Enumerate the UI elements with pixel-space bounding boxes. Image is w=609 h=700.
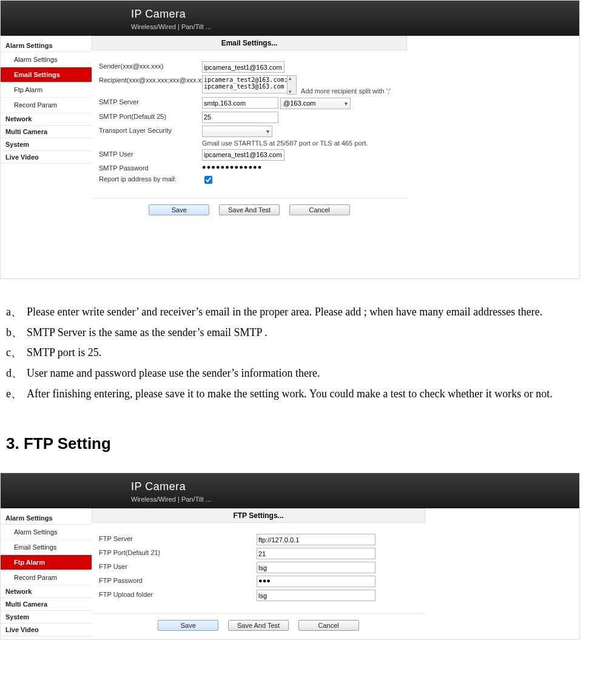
marker-a: a、 bbox=[6, 303, 27, 321]
ftp-user-label: FTP User bbox=[99, 562, 257, 570]
cancel-button[interactable]: Cancel bbox=[289, 204, 350, 215]
ftp-server-label: FTP Server bbox=[99, 534, 257, 542]
smtp-port-label: SMTP Port(Default 25) bbox=[99, 112, 202, 120]
nav-heading-multicamera[interactable]: Multi Camera bbox=[1, 126, 92, 138]
nav-item-record-param[interactable]: Record Param bbox=[1, 98, 92, 113]
tls-select[interactable] bbox=[202, 126, 272, 137]
content-panel: Email Settings... Sender(xxx@xxx.xxx) Re… bbox=[92, 36, 407, 278]
cancel-button[interactable]: Cancel bbox=[298, 620, 359, 631]
panel-title: FTP Settings... bbox=[92, 508, 425, 523]
tls-label: Transport Layer Security bbox=[99, 126, 202, 134]
ftp-password-input[interactable]: ●●● bbox=[257, 576, 375, 587]
ftp-port-input[interactable] bbox=[257, 548, 375, 559]
nav-item-alarm-settings[interactable]: Alarm Settings bbox=[1, 52, 92, 67]
brand-title: IP Camera bbox=[131, 8, 211, 21]
report-ip-label: Report ip address by mail: bbox=[99, 174, 202, 183]
nav-heading-livevideo[interactable]: Live Video bbox=[1, 151, 92, 164]
nav-item-record-param[interactable]: Record Param bbox=[1, 570, 92, 585]
item-b: SMTP Server is the same as the sender’s … bbox=[27, 324, 591, 342]
scrollbar-icon[interactable] bbox=[287, 75, 297, 95]
nav-item-email-settings[interactable]: Email Settings bbox=[1, 67, 92, 82]
item-d: User name and password please use the se… bbox=[27, 365, 591, 383]
content-panel: FTP Settings... FTP Server FTP Port(Defa… bbox=[92, 508, 425, 639]
item-c: SMTP port is 25. bbox=[27, 344, 591, 362]
smtp-user-input[interactable] bbox=[202, 149, 284, 161]
ftp-settings-screenshot: IP Camera Wireless/Wired | Pan/Tilt ... … bbox=[0, 473, 580, 640]
nav-item-ftp-alarm[interactable]: Ftp Alarm bbox=[1, 82, 92, 98]
smtp-password-input[interactable]: ●●●●●●●●●●●●● bbox=[202, 163, 262, 170]
nav-heading-network[interactable]: Network bbox=[1, 113, 92, 126]
report-ip-checkbox[interactable] bbox=[204, 176, 212, 184]
smtp-server-input[interactable] bbox=[202, 97, 278, 109]
brand-subtitle: Wireless/Wired | Pan/Tilt ... bbox=[131, 23, 211, 30]
smtp-domain-select[interactable]: @163.com bbox=[280, 98, 351, 109]
ftp-password-label: FTP Password bbox=[99, 576, 257, 584]
save-button[interactable]: Save bbox=[158, 620, 218, 631]
smtp-port-input[interactable] bbox=[202, 112, 278, 123]
recipient-hint: Add more recipient split with ';' bbox=[301, 87, 391, 95]
nav-item-email-settings[interactable]: Email Settings bbox=[1, 540, 92, 555]
nav-heading-multicamera[interactable]: Multi Camera bbox=[1, 598, 92, 611]
ftp-server-input[interactable] bbox=[257, 534, 375, 545]
ftp-folder-label: FTP Upload folder bbox=[99, 590, 257, 598]
nav-heading-system[interactable]: System bbox=[1, 611, 92, 624]
nav-item-ftp-alarm[interactable]: Ftp Alarm bbox=[1, 555, 92, 570]
sidebar: Alarm Settings Alarm Settings Email Sett… bbox=[1, 508, 92, 639]
marker-d: d、 bbox=[6, 365, 27, 383]
smtp-server-label: SMTP Server bbox=[99, 97, 202, 106]
email-settings-screenshot: IP Camera Wireless/Wired | Pan/Tilt ... … bbox=[0, 0, 580, 279]
tls-hint: Gmail use STARTTLS at 25/587 port or TLS… bbox=[202, 140, 400, 147]
marker-c: c、 bbox=[6, 344, 27, 362]
button-bar: Save Save And Test Cancel bbox=[92, 614, 425, 639]
nav-heading-alarm[interactable]: Alarm Settings bbox=[1, 512, 92, 525]
nav-heading-system[interactable]: System bbox=[1, 138, 92, 151]
smtp-password-label: SMTP Password bbox=[99, 163, 202, 172]
nav-item-alarm-settings[interactable]: Alarm Settings bbox=[1, 525, 92, 540]
app-header: IP Camera Wireless/Wired | Pan/Tilt ... bbox=[1, 1, 579, 36]
nav-heading-alarm[interactable]: Alarm Settings bbox=[1, 39, 92, 52]
nav-heading-livevideo[interactable]: Live Video bbox=[1, 624, 92, 636]
document-text: a、 Please enter write sender’ and receiv… bbox=[0, 279, 609, 473]
save-and-test-button[interactable]: Save And Test bbox=[228, 620, 289, 631]
marker-b: b、 bbox=[6, 324, 27, 342]
ftp-user-input[interactable] bbox=[257, 562, 375, 573]
smtp-user-label: SMTP User bbox=[99, 149, 202, 158]
sender-input[interactable] bbox=[202, 61, 284, 73]
recipient-input[interactable] bbox=[202, 75, 297, 93]
nav-heading-network[interactable]: Network bbox=[1, 585, 92, 598]
recipient-label: Recipient(xxx@xxx.xxx;xxx@xxx.xxx...) bbox=[99, 75, 202, 84]
item-e: After finishing entering, please save it… bbox=[27, 385, 591, 403]
ftp-port-label: FTP Port(Default 21) bbox=[99, 548, 257, 556]
save-and-test-button[interactable]: Save And Test bbox=[219, 204, 280, 215]
ftp-folder-input[interactable] bbox=[257, 590, 375, 601]
sender-label: Sender(xxx@xxx.xxx) bbox=[99, 61, 202, 70]
marker-e: e、 bbox=[6, 385, 27, 403]
section-heading-ftp: 3. FTP Setting bbox=[6, 431, 591, 457]
sidebar: Alarm Settings Alarm Settings Email Sett… bbox=[1, 36, 92, 278]
brand-title: IP Camera bbox=[131, 480, 211, 493]
app-header: IP Camera Wireless/Wired | Pan/Tilt ... bbox=[1, 473, 579, 508]
save-button[interactable]: Save bbox=[149, 204, 209, 215]
button-bar: Save Save And Test Cancel bbox=[92, 198, 407, 224]
panel-title: Email Settings... bbox=[92, 36, 407, 50]
brand-subtitle: Wireless/Wired | Pan/Tilt ... bbox=[131, 496, 211, 503]
item-a: Please enter write sender’ and receiver’… bbox=[27, 303, 591, 321]
